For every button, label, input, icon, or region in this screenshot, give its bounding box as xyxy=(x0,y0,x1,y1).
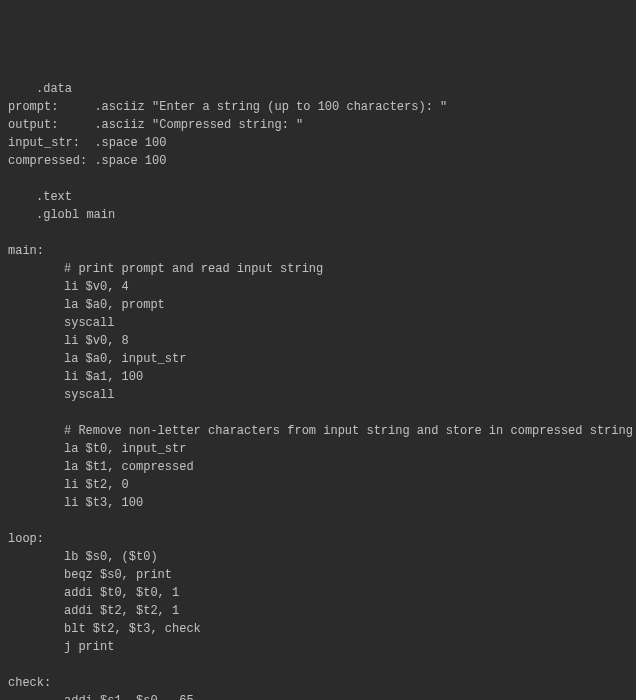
code-line: main: xyxy=(8,242,628,260)
code-line: li $t3, 100 xyxy=(8,494,628,512)
code-line: syscall xyxy=(8,314,628,332)
code-line: loop: xyxy=(8,530,628,548)
code-line: li $v0, 8 xyxy=(8,332,628,350)
code-line: syscall xyxy=(8,386,628,404)
code-line xyxy=(8,170,628,188)
code-line: la $t1, compressed xyxy=(8,458,628,476)
code-line: la $t0, input_str xyxy=(8,440,628,458)
code-line: li $a1, 100 xyxy=(8,368,628,386)
code-line: # print prompt and read input string xyxy=(8,260,628,278)
code-line xyxy=(8,512,628,530)
code-line xyxy=(8,656,628,674)
code-line: .text xyxy=(8,188,628,206)
code-line: addi $t2, $t2, 1 xyxy=(8,602,628,620)
code-line: j print xyxy=(8,638,628,656)
code-line: la $a0, input_str xyxy=(8,350,628,368)
code-line: input_str: .space 100 xyxy=(8,134,628,152)
code-line: lb $s0, ($t0) xyxy=(8,548,628,566)
code-container: .dataprompt: .asciiz "Enter a string (up… xyxy=(8,80,628,700)
code-line: addi $t0, $t0, 1 xyxy=(8,584,628,602)
code-line: output: .asciiz "Compressed string: " xyxy=(8,116,628,134)
code-line: compressed: .space 100 xyxy=(8,152,628,170)
code-line: prompt: .asciiz "Enter a string (up to 1… xyxy=(8,98,628,116)
code-line: beqz $s0, print xyxy=(8,566,628,584)
code-line: blt $t2, $t3, check xyxy=(8,620,628,638)
code-line: la $a0, prompt xyxy=(8,296,628,314)
code-line xyxy=(8,404,628,422)
code-line: .globl main xyxy=(8,206,628,224)
code-line: check: xyxy=(8,674,628,692)
code-line: addi $s1, $s0, -65 xyxy=(8,692,628,700)
code-line: # Remove non-letter characters from inpu… xyxy=(8,422,628,440)
code-line xyxy=(8,224,628,242)
code-line: li $t2, 0 xyxy=(8,476,628,494)
code-line: .data xyxy=(8,80,628,98)
code-line: li $v0, 4 xyxy=(8,278,628,296)
